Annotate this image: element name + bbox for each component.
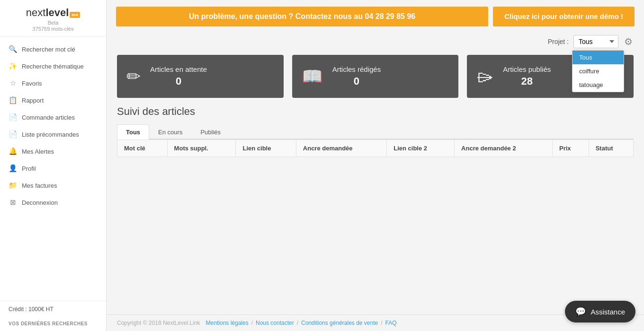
th-ancre-demandée-2: Ancre demandée 2 [455,140,553,157]
nav-menu: 🔍Rechercher mot clé✨Recherche thématique… [0,37,106,301]
nav-icon-profil: 👤 [9,164,17,173]
logo-area: nextlevellink Beta 375759 mots-clés [0,0,106,37]
th-mot-clé: Mot clé [117,140,168,157]
th-mots-suppl.: Mots suppl. [167,140,236,157]
card-icon-publies: ⌲ [476,67,493,87]
sidebar-item-profil[interactable]: 👤Profil [0,160,106,177]
sidebar-item-rapport[interactable]: 📋Rapport [0,92,106,109]
sidebar-item-deconnexion[interactable]: ⊠Deconnexion [0,194,106,211]
projet-select[interactable]: Touscoiffuretatouage [573,35,618,48]
nav-icon-rapport: 📋 [9,96,17,105]
footer-sep-4: / [381,320,382,326]
projet-label: Projet : [548,38,569,45]
tab-en-cours[interactable]: En cours [149,124,191,139]
suivi-section: Suivi des articles TousEn coursPubliés M… [107,105,644,314]
nav-label-rapport: Rapport [22,97,44,104]
footer-link-contact[interactable]: Nous contacter [256,320,294,326]
nav-label-deconnexion: Deconnexion [22,199,58,206]
dernieres-recherches-title: VOS DERNIÈRES RECHERCHES [0,317,106,331]
sidebar-item-favoris[interactable]: ☆Favoris [0,75,106,92]
logo-level: level [45,7,69,19]
nav-label-favoris: Favoris [22,80,42,87]
assistance-button[interactable]: 💬 Assistance [565,301,635,322]
th-lien-cible-2: Lien cible 2 [387,140,455,157]
th-statut: Statut [589,140,633,157]
nav-label-recherche-thematique: Recherche thématique [22,63,84,70]
nav-icon-liste-precommandes: 📄 [9,130,17,139]
nav-icon-recherche-thematique: ✨ [9,62,17,70]
card-en-attente: ✏ Articles en attente 0 [117,55,284,98]
card-value-en-attente: 0 [150,75,207,87]
articles-table: Mot cléMots suppl.Lien cibleAncre demand… [117,139,634,157]
card-value-rediges: 0 [332,75,381,87]
th-prix: Prix [553,140,589,157]
sidebar-item-rechercher-mot-cle[interactable]: 🔍Rechercher mot clé [0,41,106,58]
table-header: Mot cléMots suppl.Lien cibleAncre demand… [117,140,634,157]
logo-mots-cles: 375759 mots-clés [33,26,74,32]
tabs-bar: TousEn coursPubliés [117,124,634,139]
card-rediges: 📖 Articles rédigés 0 [292,55,459,98]
top-banners: Un problème, une question ? Contactez no… [107,0,644,32]
th-lien-cible: Lien cible [236,140,296,157]
settings-button[interactable]: ⚙ [623,35,634,48]
footer: Copyright © 2018 NextLevel.Link Mentions… [107,314,644,331]
nav-icon-rechercher-mot-cle: 🔍 [9,45,17,53]
sidebar-item-commande-articles[interactable]: 📄Commande articles [0,109,106,126]
footer-link-mentions[interactable]: Mentions légales [206,320,249,326]
sidebar-item-mes-factures[interactable]: 📁Mes factures [0,177,106,194]
card-icon-en-attente: ✏ [126,67,141,87]
nav-icon-mes-alertes: 🔔 [9,147,17,156]
nav-label-rechercher-mot-cle: Rechercher mot clé [22,46,75,53]
nav-label-mes-factures: Mes factures [22,182,57,189]
tab-publies[interactable]: Publiés [191,124,230,139]
contact-banner[interactable]: Un problème, une question ? Contactez no… [116,7,488,26]
card-label-rediges: Articles rédigés [332,65,381,73]
chat-icon: 💬 [575,306,586,317]
tab-tous[interactable]: Tous [117,124,149,139]
sidebar-item-mes-alertes[interactable]: 🔔Mes Alertes [0,143,106,160]
assistance-label: Assistance [590,308,625,316]
footer-link-faq[interactable]: FAQ [385,320,397,326]
dropdown-item-tous[interactable]: Tous [572,51,624,64]
nav-label-profil: Profil [22,165,36,172]
card-icon-rediges: 📖 [302,67,323,87]
footer-copyright: Copyright © 2018 NextLevel.Link [117,320,200,326]
nav-icon-deconnexion: ⊠ [9,198,17,207]
suivi-title: Suivi des articles [117,105,634,118]
footer-sep-3: / [297,320,298,326]
nav-label-liste-precommandes: Liste précommandes [22,131,79,138]
footer-link-cgv[interactable]: Conditions générales de vente [301,320,378,326]
card-label-publies: Articles publiés [503,65,551,73]
dropdown-item-tatouage[interactable]: tatouage [572,78,624,92]
logo-link: link [70,12,80,18]
card-value-publies: 28 [503,75,551,87]
table-header-row: Mot cléMots suppl.Lien cibleAncre demand… [117,140,634,157]
projet-bar: Projet : Touscoiffuretatouage Touscoiffu… [107,32,644,50]
th-ancre-demandée: Ancre demandée [296,140,386,157]
main-content: Un problème, une question ? Contactez no… [107,0,644,331]
nav-label-mes-alertes: Mes Alertes [22,148,54,155]
sidebar-item-recherche-thematique[interactable]: ✨Recherche thématique [0,58,106,75]
nav-icon-favoris: ☆ [9,79,17,87]
credit-text: Crédit : 1000€ HT [0,301,106,317]
sidebar-item-liste-precommandes[interactable]: 📄Liste précommandes [0,126,106,143]
nav-label-commande-articles: Commande articles [22,114,75,121]
demo-banner[interactable]: Cliquez ici pour obtenir une démo ! [493,7,635,26]
nav-icon-mes-factures: 📁 [9,181,17,190]
nav-icon-commande-articles: 📄 [9,113,17,122]
dropdown-item-coiffure[interactable]: coiffure [572,64,624,78]
logo-beta: Beta [48,20,59,26]
sidebar: nextlevellink Beta 375759 mots-clés 🔍Rec… [0,0,107,331]
logo-next: next [26,7,46,19]
footer-sep-2: / [251,320,253,326]
cards-area: ✏ Articles en attente 0 📖 Articles rédig… [107,50,644,105]
card-label-en-attente: Articles en attente [150,65,207,73]
projet-dropdown: Touscoiffuretatouage [572,50,624,92]
